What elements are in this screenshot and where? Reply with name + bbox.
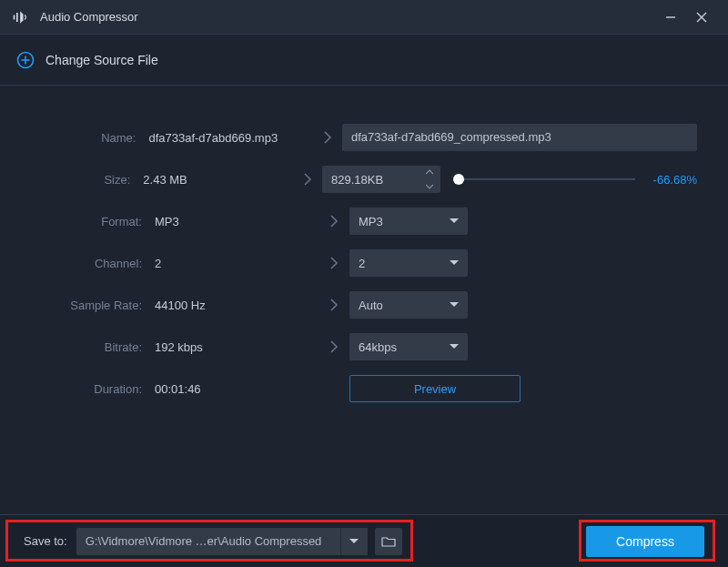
- arrow-icon: [318, 257, 349, 269]
- label-format: Format:: [0, 215, 155, 228]
- compress-button[interactable]: Compress: [586, 526, 704, 557]
- spinner-up-icon[interactable]: [422, 167, 437, 177]
- bitrate-select[interactable]: 64kbps: [349, 333, 468, 360]
- samplerate-output-value: Auto: [359, 299, 383, 312]
- label-bitrate: Bitrate:: [0, 340, 155, 354]
- format-output-value: MP3: [359, 215, 383, 228]
- arrow-icon: [318, 299, 349, 311]
- minimize-button[interactable]: [655, 0, 686, 35]
- arrow-icon: [318, 340, 349, 353]
- chevron-down-icon: [450, 208, 459, 235]
- open-folder-button[interactable]: [375, 528, 402, 555]
- arrow-icon: [294, 173, 322, 186]
- chevron-down-icon: [450, 291, 459, 319]
- label-duration: Duration:: [0, 382, 155, 396]
- samplerate-select[interactable]: Auto: [349, 291, 468, 319]
- bitrate-original: 192 kbps: [155, 340, 318, 354]
- change-source-row[interactable]: Change Source File: [0, 35, 728, 86]
- format-select[interactable]: MP3: [349, 208, 468, 235]
- format-original: MP3: [155, 215, 318, 228]
- spinner-down-icon[interactable]: [422, 182, 437, 191]
- name-original: dfa733af-d7abd669.mp3: [148, 131, 312, 145]
- change-source-label: Change Source File: [46, 53, 158, 67]
- channel-select[interactable]: 2: [349, 249, 468, 277]
- preview-button[interactable]: Preview: [349, 375, 521, 402]
- samplerate-original: 44100 Hz: [155, 299, 318, 312]
- save-path-field[interactable]: G:\Vidmore\Vidmore …er\Audio Compressed: [76, 528, 340, 555]
- channel-original: 2: [155, 257, 318, 270]
- saveto-label: Save to:: [24, 534, 67, 548]
- bitrate-output-value: 64kbps: [359, 340, 397, 354]
- size-output-spinner[interactable]: 829.18KB: [322, 166, 440, 193]
- plus-circle-icon: [16, 51, 35, 69]
- title-bar: Audio Compressor: [0, 0, 728, 35]
- channel-output-value: 2: [359, 257, 365, 270]
- close-button[interactable]: [686, 0, 717, 35]
- svg-rect-1: [16, 13, 18, 22]
- chevron-down-icon: [450, 333, 459, 360]
- app-logo-icon: [11, 7, 31, 27]
- bottom-bar: Save to: G:\Vidmore\Vidmore …er\Audio Co…: [0, 514, 728, 567]
- label-channel: Channel:: [0, 257, 155, 270]
- label-name: Name:: [0, 131, 148, 145]
- window-title: Audio Compressor: [40, 10, 138, 24]
- size-output-value: 829.18KB: [331, 173, 383, 187]
- size-percent: -66.68%: [642, 173, 697, 187]
- svg-rect-0: [14, 15, 15, 19]
- slider-thumb[interactable]: [453, 174, 464, 185]
- size-original: 2.43 MB: [143, 173, 293, 187]
- save-path-dropdown[interactable]: [340, 528, 368, 555]
- duration-value: 00:01:46: [155, 382, 318, 396]
- settings-form: Name: dfa733af-d7abd669.mp3 dfa733af-d7a…: [0, 86, 728, 410]
- name-output-input[interactable]: dfa733af-d7abd669_compressed.mp3: [342, 124, 697, 151]
- label-samplerate: Sample Rate:: [0, 299, 155, 312]
- size-slider[interactable]: [453, 178, 635, 180]
- label-size: Size:: [0, 173, 143, 187]
- arrow-icon: [312, 131, 342, 144]
- chevron-down-icon: [450, 249, 459, 277]
- arrow-icon: [318, 215, 349, 228]
